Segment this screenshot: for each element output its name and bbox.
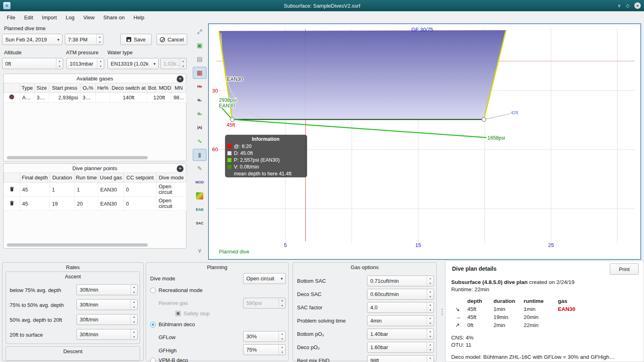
vpmb-radio[interactable] [150, 358, 156, 362]
menu-file[interactable]: File [2, 12, 20, 23]
gases-header-decoswitch[interactable]: Deco switch at [110, 83, 147, 93]
tissues-icon[interactable]: |A| [193, 121, 206, 134]
gases-header-startpress[interactable]: Start press [49, 83, 80, 93]
descent-box: Descent [6, 346, 140, 361]
gases-header-o2[interactable]: O₂% [80, 83, 96, 93]
spinner-arrows-icon[interactable]: ▲▼ [96, 34, 103, 45]
close-icon[interactable]: ✕ [634, 2, 641, 9]
points-header-runtime[interactable]: Run time [75, 173, 98, 183]
gases-header-type[interactable]: Type [20, 83, 35, 93]
safety-stop-checkbox[interactable] [175, 311, 181, 316]
calculated-ceiling-icon[interactable]: ▦ [193, 67, 206, 79]
menu-share-on[interactable]: Share on [99, 12, 129, 23]
subsurface-window: ≈ Subsurface: SampleDivesV2.ssrf ∨ ◇ ✕ F… [0, 0, 644, 362]
buhlmann-radio[interactable] [150, 322, 156, 327]
gflow-spinner[interactable]: 30%▲▼ [243, 331, 286, 342]
dc-ceiling-icon[interactable]: ▤ [193, 53, 206, 65]
rate-spinner-1[interactable]: 30ft/min▲▼ [76, 284, 138, 295]
points-header-depth[interactable]: Final depth [20, 173, 50, 183]
dive-profile-chart[interactable]: GF 30/75 30 60 5 15 25 EAN30 2938psi EAN… [208, 23, 641, 260]
window-title: Subsurface: SampleDivesV2.ssrf [0, 3, 644, 9]
waypoint-handle[interactable] [482, 117, 486, 121]
gases-header-mnd[interactable]: MN [171, 83, 186, 93]
points-hscrollbar[interactable] [7, 243, 148, 247]
heartrate-icon[interactable]: ∿ [193, 135, 206, 147]
trash-icon[interactable] [9, 200, 14, 206]
tankbar-icon[interactable]: ▮ [193, 149, 206, 161]
deco-sac-spinner[interactable]: 0.60cuft/min▲▼ [367, 289, 434, 300]
pp-nitrogen-icon[interactable]: N₂ [193, 94, 206, 106]
ead-icon[interactable]: EAD [193, 204, 206, 216]
information-tooltip[interactable]: Information @: 6:20 D: 45.0ft P: 2,557ps… [225, 135, 307, 177]
points-header-gas[interactable]: Used gas [98, 173, 124, 183]
bottom-po2-spinner[interactable]: 1.40bar▲▼ [367, 329, 434, 339]
bottom-po2-label: Bottom pO₂ [297, 331, 324, 337]
pp-oxygen-icon[interactable]: O₂ [193, 108, 206, 120]
gases-header-size[interactable]: Size [35, 83, 49, 93]
dive-plan-details-panel: Dive plan details Print Subsurface (4.8.… [445, 261, 644, 362]
titlebar[interactable]: ≈ Subsurface: SampleDivesV2.ssrf ∨ ◇ ✕ [0, 0, 644, 11]
water-type-combo[interactable]: EN13319 (1.02k ▾ [107, 58, 159, 69]
atm-pressure-spinner[interactable]: 1013mbar ▲▼ [66, 58, 104, 69]
gases-hscrollbar[interactable] [7, 156, 148, 159]
sac-icon[interactable]: SAC [193, 217, 206, 229]
points-header-duration[interactable]: Duration [50, 173, 75, 183]
time-spinner[interactable]: 7:38 PM ▲▼ [65, 34, 103, 45]
toolbar-more-chevron-icon[interactable]: ∨ [193, 245, 206, 257]
menu-edit[interactable]: Edit [20, 12, 37, 23]
sac-colormap-icon[interactable] [193, 190, 206, 202]
vpmb-label: VPM-B deco [159, 357, 188, 362]
bottom-sac-spinner[interactable]: 0.71cuft/min▲▼ [367, 276, 434, 286]
gases-header-he[interactable]: He% [96, 83, 110, 93]
dive-plan-details-title: Dive plan details [452, 265, 496, 272]
rates-title: Rates [2, 263, 143, 270]
add-point-button[interactable]: + [177, 165, 184, 172]
minimize-icon[interactable]: ∨ [617, 3, 621, 8]
points-row[interactable]: 45 19 20 EAN30 0 Open circuit [4, 197, 186, 211]
trash-icon[interactable] [9, 186, 14, 192]
deco-sac-label: Deco SAC [297, 291, 322, 297]
plan-deco-model: Deco model: Bühlmann ZHL-16C with GFLow … [451, 354, 644, 361]
problem-time-spinner[interactable]: 4min▲▼ [367, 315, 434, 326]
deco-po2-spinner[interactable]: 1.60bar▲▼ [367, 342, 434, 353]
rate-row-label: below 75% avg. depth [10, 287, 61, 293]
menu-view[interactable]: View [79, 12, 99, 23]
points-table[interactable]: Final depth Duration Run time Used gas C… [4, 173, 186, 211]
menu-import[interactable]: Import [37, 12, 61, 23]
pp-helium-icon[interactable]: He [193, 80, 206, 93]
points-header-mode[interactable]: Dive mode [157, 173, 186, 183]
rate-spinner-2[interactable]: 30ft/min▲▼ [76, 299, 138, 310]
ruler-icon[interactable]: ✎ [193, 162, 206, 175]
menu-log[interactable]: Log [61, 12, 79, 23]
gases-header-botmod[interactable]: Bot. MOD [147, 83, 171, 93]
best-mix-end-spinner[interactable]: 98ft▲▼ [367, 355, 434, 362]
profile-scale-icon[interactable]: ⤢ [193, 26, 206, 38]
recreational-radio[interactable] [150, 288, 156, 293]
rate-spinner-4[interactable]: 30ft/min▲▼ [76, 329, 138, 340]
menu-help[interactable]: Help [129, 12, 149, 23]
gases-table[interactable]: Type Size Start press O₂% He% Deco switc… [4, 83, 186, 103]
save-button[interactable]: Save [120, 34, 152, 45]
gases-row[interactable]: A… 3… 2,938psi 3… 140ft 120ft 98… [4, 93, 186, 103]
swatch-speed [227, 165, 231, 169]
points-header-setpoint[interactable]: CC setpoint [124, 173, 157, 183]
maximize-icon[interactable]: ◇ [626, 3, 630, 8]
add-gas-button[interactable]: + [177, 76, 184, 82]
splitter-handle[interactable] [441, 262, 443, 361]
gfhigh-spinner[interactable]: 75%▲▼ [243, 344, 286, 355]
depth-tick-60: 60 [212, 146, 218, 152]
altitude-spinner[interactable]: 0ft ▲▼ [2, 58, 63, 69]
date-combo[interactable]: Sun Feb 24, 2019 ▾ [2, 34, 62, 45]
rate-spinner-3[interactable]: 30ft/min▲▼ [76, 314, 138, 325]
sac-factor-spinner[interactable]: 4.0▲▼ [367, 302, 434, 313]
points-row[interactable]: 45 1 1 EAN30 0 Open circuit [4, 183, 186, 197]
deco-po2-label: Deco pO₂ [297, 344, 320, 350]
waypoint-handle[interactable] [230, 117, 234, 121]
dive-mode-combo[interactable]: Open circuit ▾ [243, 273, 286, 284]
print-button[interactable]: Print [610, 263, 639, 275]
profile-photos-icon[interactable]: ▣ [193, 39, 206, 51]
remove-cylinder-icon[interactable] [9, 94, 14, 100]
mod-icon[interactable]: MOD [193, 176, 206, 188]
save-icon [126, 37, 131, 42]
cancel-button[interactable]: Cancel [157, 34, 187, 45]
